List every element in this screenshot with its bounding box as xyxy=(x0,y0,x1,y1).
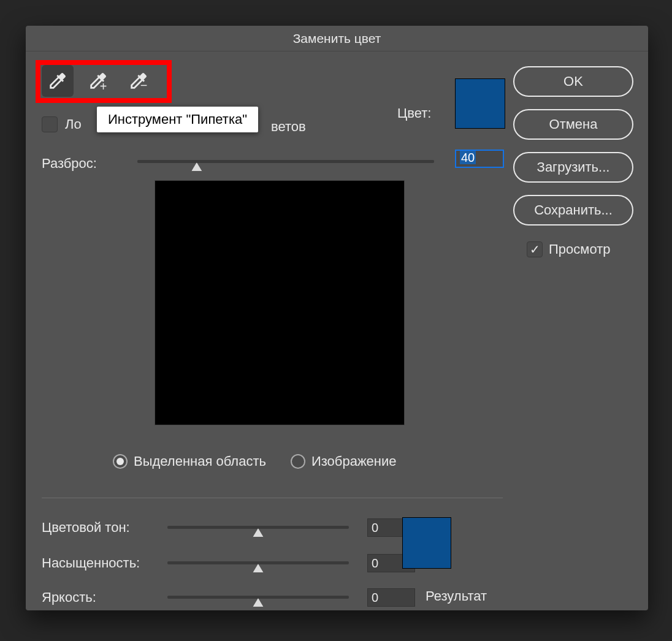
fuzziness-label: Разброс: xyxy=(42,156,97,172)
result-label: Результат xyxy=(426,588,487,604)
slider-thumb[interactable] xyxy=(253,528,264,537)
localized-clusters-label-prefix: Ло xyxy=(65,116,82,132)
save-button[interactable]: Сохранить... xyxy=(513,195,633,226)
slider-track xyxy=(137,160,434,163)
preview-checkbox-label: Просмотр xyxy=(549,241,610,257)
dialog-body: + − Ло Инструмент "Пипетка" ветов Цвет: … xyxy=(26,51,648,610)
lightness-slider[interactable] xyxy=(167,590,349,605)
cancel-button[interactable]: Отмена xyxy=(513,109,633,140)
radio-selection[interactable] xyxy=(113,454,128,469)
section-divider xyxy=(42,498,503,498)
eyedropper-plus-icon: + xyxy=(88,70,109,91)
load-button[interactable]: Загрузить... xyxy=(513,152,633,183)
selection-preview xyxy=(155,180,405,425)
eyedropper-tool-row: + − xyxy=(42,65,155,97)
eyedropper-tool[interactable] xyxy=(42,65,74,97)
svg-text:+: + xyxy=(100,80,107,91)
hue-slider[interactable] xyxy=(167,520,349,535)
slider-thumb[interactable] xyxy=(191,162,202,172)
localized-clusters-checkbox[interactable] xyxy=(42,116,58,132)
ok-button[interactable]: OK xyxy=(513,66,633,97)
radio-image-label: Изображение xyxy=(311,453,397,469)
eyedropper-minus-icon: − xyxy=(128,70,149,91)
saturation-label: Насыщенность: xyxy=(42,555,167,571)
svg-text:−: − xyxy=(140,78,148,91)
replace-color-dialog: Заменить цвет + xyxy=(26,26,648,610)
fuzziness-slider[interactable] xyxy=(137,154,434,169)
preview-checkbox-row: Просмотр xyxy=(527,241,633,257)
localized-clusters-row: Ло xyxy=(42,116,82,132)
fuzziness-input[interactable]: 40 xyxy=(455,150,504,168)
dialog-buttons: OK Отмена Загрузить... Сохранить... Прос… xyxy=(513,66,633,257)
hue-label: Цветовой тон: xyxy=(42,520,167,536)
saturation-slider[interactable] xyxy=(167,556,349,571)
source-color-swatch[interactable] xyxy=(455,78,505,129)
eyedropper-icon xyxy=(47,70,68,91)
lightness-input[interactable]: 0 xyxy=(367,588,415,607)
result-color-swatch[interactable] xyxy=(402,517,451,569)
radio-selection-label: Выделенная область xyxy=(134,453,266,469)
localized-clusters-label-suffix: ветов xyxy=(271,119,306,135)
radio-image[interactable] xyxy=(291,454,305,469)
source-color-label: Цвет: xyxy=(397,105,431,121)
preview-mode-row: Выделенная область Изображение xyxy=(113,453,397,469)
slider-thumb[interactable] xyxy=(253,598,264,607)
slider-thumb[interactable] xyxy=(253,564,264,573)
eyedropper-subtract-tool[interactable]: − xyxy=(123,65,155,97)
eyedropper-add-tool[interactable]: + xyxy=(82,65,114,97)
preview-checkbox[interactable] xyxy=(527,241,543,257)
eyedropper-tooltip: Инструмент "Пипетка" xyxy=(97,107,258,132)
dialog-title: Заменить цвет xyxy=(26,26,648,51)
lightness-label: Яркость: xyxy=(42,590,167,605)
